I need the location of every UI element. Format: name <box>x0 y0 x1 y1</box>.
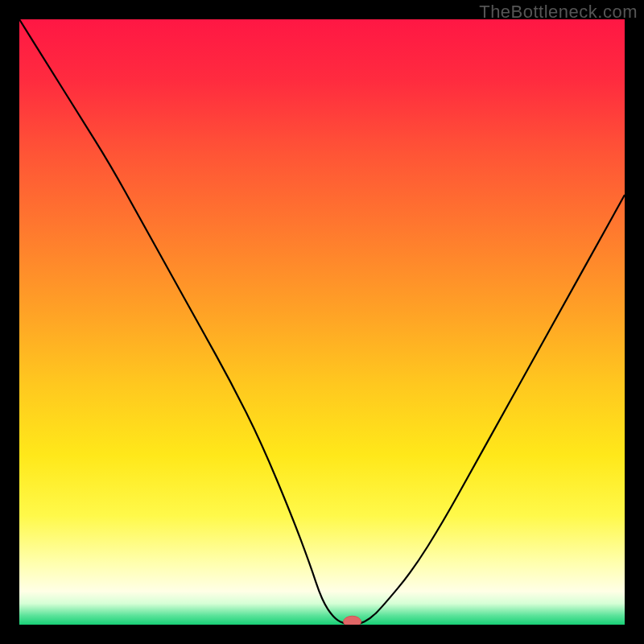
watermark-text: TheBottleneck.com <box>479 2 638 23</box>
chart-svg <box>19 19 625 625</box>
chart-frame: TheBottleneck.com <box>0 0 644 644</box>
plot-area <box>19 19 625 625</box>
gradient-background <box>19 19 625 625</box>
optimal-point-marker <box>344 616 361 625</box>
